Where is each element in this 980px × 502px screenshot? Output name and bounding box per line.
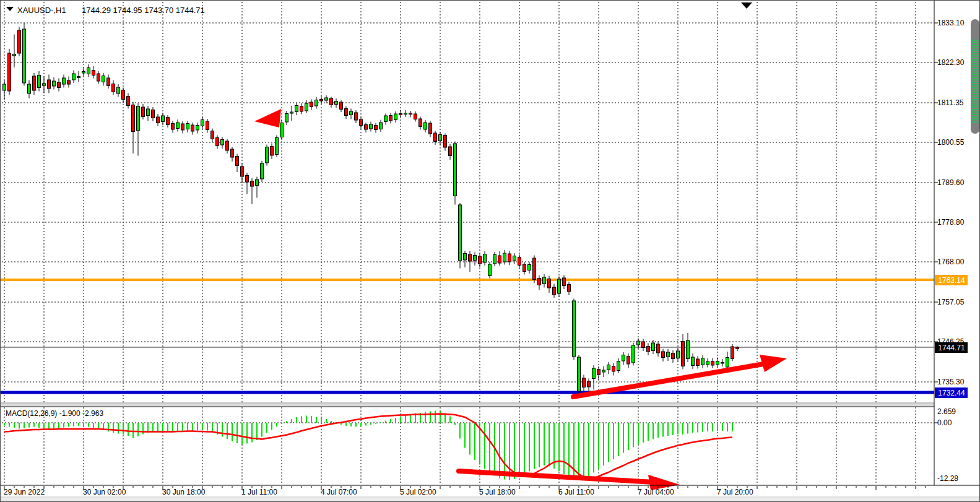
candle-bull: [493, 255, 497, 264]
candle-bear: [157, 117, 160, 123]
bottom-strip: [1, 498, 980, 502]
candle-bear: [271, 147, 274, 156]
candle-bull: [77, 77, 80, 78]
price-tick-label: 1800.55: [937, 138, 965, 147]
candle-bear: [523, 264, 526, 272]
candle-bear: [731, 347, 734, 359]
macd-indicator-label: MACD(12,26,9) -1.900 -2.963: [6, 409, 103, 418]
candle-bear: [142, 107, 145, 117]
candle-bear: [642, 342, 645, 348]
time-axis-label: 7 Jul 20:00: [717, 488, 753, 496]
candle-bull: [280, 123, 284, 137]
candle-bull: [186, 124, 189, 129]
candle-bear: [216, 138, 219, 146]
candle-bull: [622, 355, 625, 361]
candle-bear: [132, 105, 135, 132]
candle-bear: [360, 119, 363, 126]
macd-axis-zero: 0.00: [937, 418, 952, 427]
candle-bear: [171, 124, 175, 130]
candle-bull: [38, 76, 41, 88]
candle-bull: [102, 76, 105, 82]
candle-bull: [315, 100, 318, 106]
candle-bull: [439, 135, 442, 141]
time-axis-label: 4 Jul 07:00: [321, 488, 357, 496]
price-chart-canvas[interactable]: 1833.101822.301811.351800.551789.601778.…: [1, 1, 980, 502]
candle-bull: [295, 106, 298, 112]
time-axis-label: 7 Jul 04:00: [638, 488, 674, 496]
candle-bear: [498, 256, 501, 263]
candle-bull: [350, 111, 353, 115]
candle-bear: [508, 254, 511, 262]
candle-bear: [330, 98, 333, 105]
chart-title-symbol: XAUUSD-,H1: [17, 6, 66, 15]
candle-bull: [261, 163, 264, 179]
candle-bear: [711, 361, 714, 366]
candle-bull: [454, 144, 457, 196]
price-tick-label: 1735.30: [937, 378, 965, 386]
candle-bull: [196, 126, 199, 131]
candle-bull: [488, 264, 492, 276]
right-scrollbar[interactable]: [971, 19, 979, 134]
candle-bear: [320, 100, 323, 102]
candle-bull: [3, 84, 6, 90]
candle-bear: [518, 257, 521, 266]
candle-bear: [479, 256, 482, 264]
current-price-badge: 1744.71: [935, 342, 968, 353]
candle-bear: [563, 278, 566, 286]
candle-bear: [414, 114, 417, 119]
support-badge: 1732.44: [935, 387, 968, 398]
candle-bear: [612, 366, 615, 372]
price-tick-label: 1757.05: [937, 298, 965, 306]
candle-bear: [583, 378, 586, 387]
candle-bull: [176, 123, 180, 129]
candle-bull: [117, 87, 120, 93]
candle-bull: [325, 98, 328, 100]
candle-bull: [464, 254, 467, 261]
candle-bull: [201, 120, 204, 126]
candle-bear: [97, 74, 100, 81]
candle-bear: [389, 116, 392, 121]
candle-bear: [538, 279, 541, 285]
candle-bull: [147, 109, 150, 116]
candle-bear: [107, 78, 110, 86]
price-tick-label: 1822.30: [937, 58, 965, 67]
candle-bull: [667, 352, 670, 357]
candle-bull: [384, 116, 388, 122]
resistance-badge-value: 1763.14: [938, 276, 965, 285]
candle-bear: [8, 53, 11, 91]
candle-bull: [513, 256, 516, 261]
candle-bear: [181, 124, 184, 130]
time-axis-label: 5 Jul 18:00: [479, 488, 516, 496]
candle-bear: [419, 119, 422, 127]
candle-bear: [434, 133, 437, 142]
candle-bull: [379, 123, 383, 129]
candle-bear: [409, 113, 412, 115]
candle-bull: [578, 357, 581, 391]
panel-separator-band[interactable]: [1, 404, 934, 406]
candle-bear: [112, 84, 115, 92]
time-axis-label: 29 Jun 2022: [4, 488, 45, 496]
candle-bear: [647, 347, 650, 352]
candle-bull: [701, 358, 705, 365]
candle-bear: [58, 82, 61, 88]
candle-bear: [246, 176, 249, 183]
candle-bear: [399, 114, 402, 115]
candle-bear: [226, 141, 229, 150]
candle-bear: [469, 254, 472, 261]
time-axis-label: 6 Jul 11:00: [558, 488, 594, 496]
candle-bull: [43, 84, 46, 85]
candle-bear: [127, 97, 130, 106]
candle-bear: [191, 125, 194, 131]
candle-bull: [82, 72, 85, 74]
candle-bull: [28, 84, 31, 93]
macd-axis-max: 2.659: [937, 407, 956, 416]
candle-bull: [370, 124, 373, 129]
price-tick-label: 1768.00: [937, 257, 965, 266]
candle-bull: [424, 123, 427, 129]
candle-bull: [602, 370, 605, 372]
candle-bull: [726, 358, 729, 368]
candle-bear: [568, 285, 571, 292]
candle-bull: [404, 113, 407, 115]
candle-bear: [48, 80, 51, 89]
candle-bear: [241, 167, 244, 176]
